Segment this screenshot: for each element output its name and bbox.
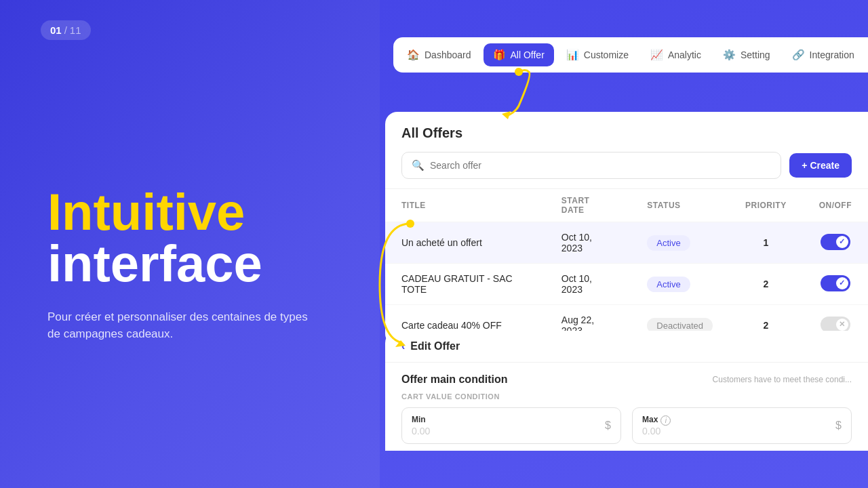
table-row: CADEAU GRATUIT - SAC TOTE Oct 10, 2023 A… — [385, 264, 868, 305]
nav-item-integration[interactable]: 🔗 Integration — [783, 43, 864, 66]
cart-value-label: CART VALUE CONDITION — [401, 392, 852, 401]
back-chevron-icon[interactable]: ‹ — [401, 340, 405, 352]
toggle-knob-off: ✕ — [836, 319, 848, 331]
row2-toggle[interactable]: ✓ — [803, 264, 868, 305]
min-field-inner: Min 0.00 — [412, 415, 430, 436]
table-header: TITLE START DATE STATUS PRIORITY ON/OFF — [385, 189, 868, 222]
hero-title: Intuitive interface — [47, 186, 339, 289]
main-condition-title: Offer main condition — [401, 373, 507, 386]
col-onoff: ON/OFF — [803, 189, 868, 222]
min-value: 0.00 — [412, 426, 430, 436]
edit-offer-title: Edit Offer — [410, 340, 460, 352]
create-button[interactable]: + Create — [789, 153, 852, 178]
all-offers-header: All Offers — [385, 125, 868, 152]
hero-description: Pour créer et personnaliser des centaine… — [47, 308, 312, 343]
nav-label-analytic: Analytic — [668, 49, 701, 60]
setting-icon: ⚙️ — [723, 49, 736, 61]
hero-title-line1: Intuitive — [47, 186, 339, 238]
info-icon: i — [660, 415, 671, 426]
left-panel: 01 / 11 Intuitive interface Pour créer e… — [0, 0, 380, 488]
col-start-date: START DATE — [545, 189, 631, 222]
toggle-on[interactable]: ✓ — [821, 234, 850, 250]
toggle-off[interactable]: ✕ — [821, 317, 850, 333]
nav-item-all-offer[interactable]: 🎁 All Offer — [484, 43, 554, 66]
search-input[interactable] — [430, 160, 771, 171]
hero-title-line2: interface — [47, 238, 339, 289]
navigation-bar: 🏠 Dashboard 🎁 All Offer 📊 Customize 📈 An… — [393, 37, 868, 73]
row2-title: CADEAU GRATUIT - SAC TOTE — [385, 264, 545, 305]
max-field-inner: Max i 0.00 — [642, 415, 671, 436]
table-body: Un acheté un offert Oct 10, 2023 Active … — [385, 222, 868, 346]
counter-current: 01 — [50, 24, 62, 36]
min-label: Min — [412, 415, 430, 424]
nav-item-customize[interactable]: 📊 Customize — [557, 43, 638, 66]
nav-label-customize: Customize — [584, 49, 629, 60]
search-and-create-row: 🔍 + Create — [385, 152, 868, 188]
nav-item-dashboard[interactable]: 🏠 Dashboard — [397, 43, 481, 66]
row2-status: Active — [631, 264, 729, 305]
min-currency: $ — [605, 420, 611, 432]
right-panel: 🏠 Dashboard 🎁 All Offer 📊 Customize 📈 An… — [380, 0, 868, 488]
counter-total: 11 — [70, 24, 81, 36]
all-offers-title: All Offers — [401, 125, 462, 141]
row2-start-date: Oct 10, 2023 — [545, 264, 631, 305]
home-icon: 🏠 — [407, 49, 420, 61]
row1-status: Active — [631, 222, 729, 264]
edit-offer-panel: ‹ Edit Offer Offer main condition Custom… — [385, 331, 868, 451]
integration-icon: 🔗 — [792, 49, 805, 61]
row1-priority: 1 — [729, 222, 803, 264]
gift-icon: 🎁 — [493, 49, 506, 61]
status-badge-active: Active — [647, 277, 690, 292]
main-condition-note: Customers have to meet these condi... — [713, 375, 852, 384]
row2-priority: 2 — [729, 264, 803, 305]
main-condition-header: Offer main condition Customers have to m… — [401, 373, 852, 386]
col-title: TITLE — [385, 189, 545, 222]
all-offers-panel: All Offers 🔍 + Create TITLE START DATE S… — [385, 112, 868, 346]
toggle-on[interactable]: ✓ — [821, 275, 850, 291]
page-counter: 01 / 11 — [41, 20, 91, 40]
toggle-knob: ✓ — [836, 236, 848, 248]
min-max-row: Min 0.00 $ Max i 0.00 $ — [401, 407, 852, 444]
min-field[interactable]: Min 0.00 $ — [401, 407, 621, 444]
row1-start-date: Oct 10, 2023 — [545, 222, 631, 264]
max-value: 0.00 — [642, 426, 671, 436]
counter-separator: / — [64, 24, 67, 36]
max-currency: $ — [835, 420, 842, 432]
nav-label-integration: Integration — [810, 49, 854, 60]
search-icon: 🔍 — [412, 159, 425, 171]
nav-label-all-offer: All Offer — [511, 49, 545, 60]
row1-toggle[interactable]: ✓ — [803, 222, 868, 264]
toggle-knob: ✓ — [836, 277, 848, 289]
nav-label-dashboard: Dashboard — [425, 49, 471, 60]
analytic-icon: 📈 — [650, 49, 663, 61]
max-label: Max — [642, 415, 658, 424]
search-box[interactable]: 🔍 — [401, 152, 781, 179]
create-button-label: + Create — [802, 160, 840, 171]
nav-item-setting[interactable]: ⚙️ Setting — [713, 43, 780, 66]
table-row: Un acheté un offert Oct 10, 2023 Active … — [385, 222, 868, 264]
max-field[interactable]: Max i 0.00 $ — [632, 407, 852, 444]
col-priority: PRIORITY — [729, 189, 803, 222]
customize-icon: 📊 — [566, 49, 579, 61]
row1-title: Un acheté un offert — [385, 222, 545, 264]
nav-item-analytic[interactable]: 📈 Analytic — [641, 43, 711, 66]
col-status: STATUS — [631, 189, 729, 222]
main-condition-section: Offer main condition Customers have to m… — [385, 363, 868, 451]
max-label-info: Max i — [642, 415, 671, 426]
nav-label-setting: Setting — [741, 49, 770, 60]
annotation-arrow-nav — [478, 65, 536, 119]
status-badge-active: Active — [647, 235, 690, 251]
offers-table: TITLE START DATE STATUS PRIORITY ON/OFF … — [385, 188, 868, 346]
edit-offer-header: ‹ Edit Offer — [385, 331, 868, 363]
